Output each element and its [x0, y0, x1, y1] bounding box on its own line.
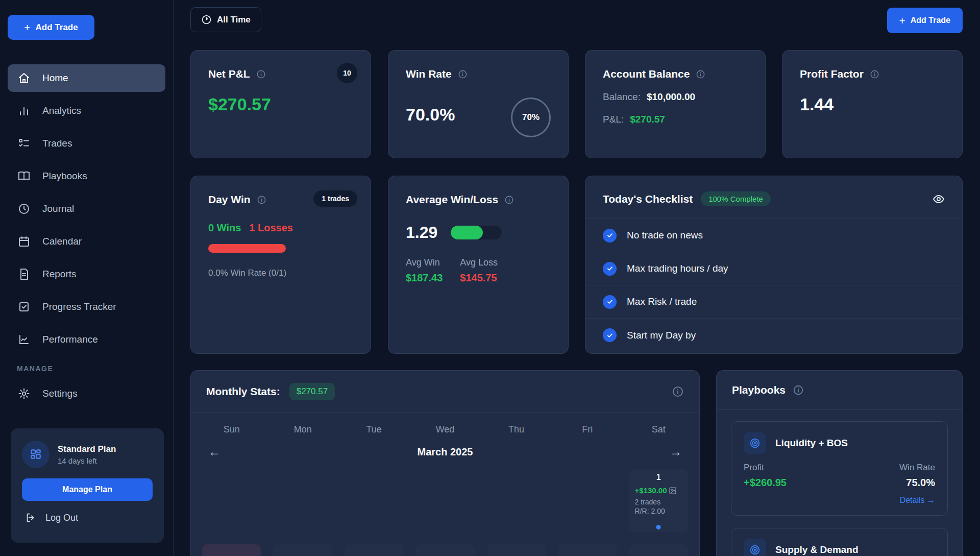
- avg-win-loss-card: Average Win/Loss 1.29 Avg Win $187.43 Av…: [388, 176, 569, 354]
- sidebar-item-journal[interactable]: Journal: [8, 195, 165, 223]
- day-trades-count: 2 trades: [635, 498, 682, 506]
- prev-month-arrow[interactable]: ←: [208, 446, 220, 458]
- monthly-stats-title: Monthly Stats:: [206, 385, 280, 398]
- check-square-icon: [18, 301, 30, 313]
- avg-win-value: $187.43: [406, 272, 443, 284]
- calendar-day-cell: [345, 544, 403, 556]
- profit-factor-title: Profit Factor: [800, 68, 864, 80]
- calendar-day-cell[interactable]: 1 +$130.00 2 trades R/R: 2.00: [629, 469, 688, 532]
- checklist-card: Today's Checklist 100% Complete No trade…: [585, 176, 963, 354]
- sidebar-item-label: Progress Tracker: [42, 301, 116, 312]
- add-trade-button-sidebar[interactable]: + Add Trade: [8, 15, 94, 40]
- calendar-day-cell: [415, 544, 474, 556]
- account-balance-card: Account Balance Balance: $10,000.00 P&L:…: [585, 50, 766, 158]
- day-win-title: Day Win: [208, 194, 251, 206]
- empty-day-cell: [558, 469, 617, 532]
- day-win-card: Day Win 1 trades 0 Wins 1 Losses 0.0% Wi…: [190, 176, 371, 354]
- checklist-item[interactable]: Max trading hours / day: [585, 252, 962, 285]
- day-header: Tue: [345, 413, 403, 435]
- playbook-name: Supply & Demand: [775, 544, 859, 555]
- sidebar-item-analytics[interactable]: Analytics: [8, 97, 165, 125]
- day-header: Thu: [487, 413, 546, 435]
- info-icon[interactable]: [870, 69, 879, 79]
- plan-card: Standard Plan 14 days left Manage Plan L…: [11, 428, 164, 543]
- info-icon[interactable]: [458, 69, 468, 79]
- losses-count: 1 Losses: [249, 222, 293, 234]
- logout-icon: [25, 512, 36, 523]
- sidebar-item-label: Playbooks: [42, 171, 87, 182]
- next-month-arrow[interactable]: →: [670, 446, 682, 458]
- clock-icon: [18, 203, 30, 215]
- avg-loss-value: $145.75: [460, 272, 498, 284]
- info-icon[interactable]: [696, 69, 705, 79]
- checklist-item[interactable]: No trade on news: [585, 219, 962, 252]
- info-icon[interactable]: [256, 69, 266, 79]
- day-indicator-dot: [656, 525, 661, 529]
- playbook-winrate-label: Win Rate: [899, 463, 935, 473]
- wins-count: 0 Wins: [208, 222, 241, 234]
- pnl-value: $270.57: [630, 114, 665, 125]
- calendar-week-row-partial: [191, 544, 699, 556]
- empty-day-cell: [415, 469, 474, 532]
- net-pnl-card: Net P&L 10 $270.57: [190, 50, 371, 158]
- checklist-item[interactable]: Max Risk / trade: [585, 285, 962, 319]
- checklist-item-label: Max Risk / trade: [627, 296, 697, 307]
- avg-win-label: Avg Win: [406, 257, 443, 268]
- sidebar-item-reports[interactable]: Reports: [8, 260, 165, 288]
- plus-icon: +: [24, 22, 30, 33]
- info-icon[interactable]: [257, 195, 266, 205]
- plus-icon: +: [899, 15, 905, 26]
- playbook-name: Liquidity + BOS: [775, 438, 848, 449]
- arrow-right-icon: →: [927, 496, 935, 504]
- eye-icon[interactable]: [933, 193, 945, 205]
- day-header: Mon: [273, 413, 332, 435]
- sidebar-item-playbooks[interactable]: Playbooks: [8, 162, 165, 190]
- avg-win-loss-title: Average Win/Loss: [406, 194, 498, 206]
- sidebar-item-progress-tracker[interactable]: Progress Tracker: [8, 293, 165, 321]
- target-icon: [744, 432, 766, 454]
- checklist-item-label: No trade on news: [627, 230, 703, 241]
- manage-plan-button[interactable]: Manage Plan: [22, 478, 153, 501]
- manage-section-label: MANAGE: [17, 365, 165, 373]
- sidebar-item-trades[interactable]: Trades: [8, 130, 165, 157]
- time-filter-button[interactable]: All Time: [190, 7, 261, 32]
- win-rate-ring: 70%: [511, 98, 551, 137]
- clock-icon: [201, 14, 212, 25]
- empty-day-cell: [487, 469, 546, 532]
- bar-chart-icon: [18, 105, 30, 117]
- app-root: + Add Trade Home Analytics Trades Playbo…: [0, 0, 980, 556]
- calendar-day-cell: [558, 544, 617, 556]
- playbook-details-link[interactable]: Details →: [744, 496, 935, 505]
- home-icon: [18, 72, 30, 84]
- sidebar-item-home[interactable]: Home: [8, 64, 165, 92]
- sidebar-item-settings[interactable]: Settings: [8, 380, 165, 407]
- logout-button[interactable]: Log Out: [22, 512, 153, 523]
- net-pnl-value: $270.57: [208, 94, 353, 114]
- add-trade-button[interactable]: + Add Trade: [887, 8, 963, 33]
- checklist-item[interactable]: Start my Day by: [585, 319, 962, 352]
- sidebar-item-performance[interactable]: Performance: [8, 326, 165, 353]
- day-win-trades-badge: 1 trades: [313, 190, 357, 207]
- sidebar-item-label: Calendar: [42, 236, 82, 247]
- sidebar-item-label: Trades: [42, 138, 72, 149]
- balance-label: Balance:: [603, 91, 641, 103]
- info-icon[interactable]: [672, 385, 684, 398]
- empty-day-cell: [273, 469, 332, 532]
- calendar-day-cell: [629, 544, 688, 556]
- checklist-complete-badge: 100% Complete: [701, 191, 771, 206]
- win-rate-card: Win Rate 70.0% 70%: [388, 50, 569, 158]
- info-icon[interactable]: [793, 384, 804, 396]
- check-circle-icon: [603, 328, 617, 342]
- plan-days-left: 14 days left: [58, 456, 116, 465]
- sidebar-item-label: Settings: [42, 388, 78, 399]
- sidebar-item-label: Reports: [42, 269, 77, 280]
- info-icon[interactable]: [504, 195, 514, 205]
- logout-label: Log Out: [45, 513, 78, 523]
- sidebar-item-calendar[interactable]: Calendar: [8, 228, 165, 255]
- day-win-subtext: 0.0% Win Rate (0/1): [208, 268, 353, 278]
- calendar-day-headers: Sun Mon Tue Wed Thu Fri Sat: [191, 413, 699, 435]
- image-icon: [669, 487, 677, 495]
- plan-avatar: [22, 441, 50, 468]
- monthly-stats-card: Monthly Stats: $270.57 Sun Mon Tue Wed T…: [190, 370, 700, 556]
- book-open-icon: [18, 170, 30, 182]
